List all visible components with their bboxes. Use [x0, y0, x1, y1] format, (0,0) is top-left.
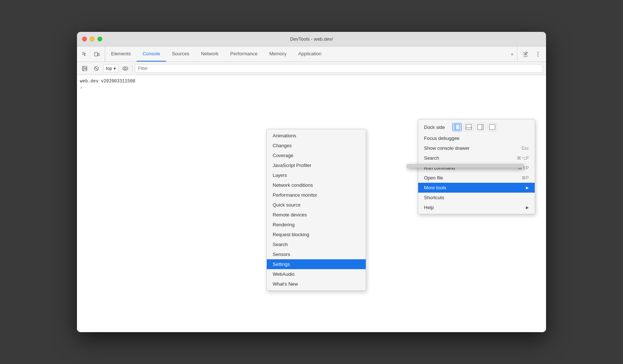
menu-item-shortcuts[interactable]: Shortcuts — [418, 193, 535, 203]
menu-item-whats-new[interactable]: What's New — [267, 279, 366, 289]
svg-point-4 — [538, 55, 539, 56]
title-bar: DevTools - web.dev/ — [77, 32, 546, 47]
svg-rect-20 — [489, 125, 495, 130]
menu-item-settings[interactable]: Settings — [267, 259, 366, 269]
menu-item-animations[interactable]: Animations — [267, 131, 366, 141]
menu-item-rendering[interactable]: Rendering — [267, 220, 366, 230]
eye-icon[interactable] — [121, 64, 130, 73]
tab-sources[interactable]: Sources — [166, 47, 195, 62]
tab-bar-right — [517, 47, 546, 62]
menu-item-layers[interactable]: Layers — [267, 170, 366, 180]
menu-item-focus-debuggee[interactable]: Focus debuggee — [418, 133, 535, 143]
svg-point-12 — [123, 67, 128, 70]
clear-console-icon[interactable] — [92, 64, 101, 73]
dock-icons — [452, 123, 497, 131]
svg-rect-16 — [466, 125, 472, 130]
settings-icon[interactable] — [520, 49, 531, 59]
menu-item-coverage[interactable]: Coverage — [267, 151, 366, 160]
traffic-lights — [82, 37, 102, 41]
menu-item-network-conditions[interactable]: Network conditions — [267, 180, 366, 190]
context-dropdown[interactable]: top ▾ — [103, 64, 118, 73]
menu-item-changes[interactable]: Changes — [267, 141, 366, 151]
console-prompt: › — [80, 85, 543, 91]
tab-elements[interactable]: Elements — [105, 47, 137, 62]
svg-point-3 — [538, 53, 539, 55]
tab-network[interactable]: Network — [195, 47, 225, 62]
svg-rect-14 — [454, 125, 460, 130]
menu-item-remote-devices[interactable]: Remote devices — [267, 210, 366, 220]
minimize-button[interactable] — [90, 37, 95, 41]
filter-input[interactable] — [135, 64, 543, 73]
menu-item-show-console-drawer[interactable]: Show console drawer Esc — [418, 143, 535, 153]
svg-line-11 — [95, 67, 98, 70]
menu-item-request-blocking[interactable]: Request blocking — [267, 230, 366, 239]
tabs-container: Elements Console Sources Network Perform… — [105, 47, 507, 62]
menu-item-sensors[interactable]: Sensors — [267, 249, 366, 259]
menu-item-webaudio[interactable]: WebAudio — [267, 269, 366, 279]
maximize-button[interactable] — [97, 37, 102, 41]
more-tools-menu[interactable]: Animations Changes Coverage JavaScript P… — [266, 129, 366, 291]
dock-bottom-button[interactable] — [464, 123, 473, 131]
console-sidebar-toggle[interactable] — [80, 64, 89, 73]
dock-side-label: Dock side — [424, 125, 445, 130]
dock-left-button[interactable] — [452, 123, 462, 131]
tab-application[interactable]: Application — [292, 47, 328, 62]
console-toolbar: top ▾ — [77, 62, 546, 75]
menu-item-quick-source[interactable]: Quick source — [267, 200, 366, 210]
tab-performance[interactable]: Performance — [224, 47, 263, 62]
toolbar-divider — [132, 65, 133, 72]
console-log-line: web.dev v202003311508 — [80, 78, 543, 85]
menu-divider-2 — [406, 164, 524, 168]
svg-point-13 — [124, 67, 126, 69]
inspect-element-icon[interactable] — [80, 49, 90, 59]
tab-console[interactable]: Console — [137, 47, 166, 62]
dock-undock-button[interactable] — [487, 123, 497, 131]
tab-bar: Elements Console Sources Network Perform… — [77, 47, 546, 62]
svg-rect-18 — [478, 125, 483, 130]
menu-item-more-tools[interactable]: More tools ▶ — [418, 183, 535, 193]
menu-item-search[interactable]: Search — [267, 239, 366, 249]
dock-side-section: Dock side — [418, 121, 535, 133]
menu-item-js-profiler[interactable]: JavaScript Profiler — [267, 160, 366, 170]
more-tabs-button[interactable]: » — [507, 47, 517, 62]
svg-rect-0 — [95, 52, 97, 56]
close-button[interactable] — [82, 37, 87, 41]
dock-right-button[interactable] — [476, 123, 485, 131]
menu-item-search-main[interactable]: Search ⌘⌥F — [418, 153, 535, 163]
menu-item-performance-monitor[interactable]: Performance monitor — [267, 190, 366, 200]
menu-item-open-file[interactable]: Open file ⌘P — [418, 173, 535, 183]
device-toolbar-icon[interactable] — [92, 49, 102, 59]
tab-memory[interactable]: Memory — [263, 47, 292, 62]
more-options-icon[interactable] — [533, 49, 543, 59]
devtools-window: DevTools - web.dev/ Elements Console — [77, 32, 546, 332]
svg-point-2 — [538, 52, 539, 53]
menus-overlay: Animations Changes Coverage JavaScript P… — [77, 75, 546, 332]
console-content: web.dev v202003311508 › Animations Chang… — [77, 75, 546, 332]
window-title: DevTools - web.dev/ — [290, 36, 333, 42]
main-menu[interactable]: Dock side — [418, 119, 535, 214]
svg-rect-1 — [98, 53, 99, 56]
tab-icon-group — [77, 47, 105, 62]
menu-item-help[interactable]: Help ▶ — [418, 203, 535, 212]
